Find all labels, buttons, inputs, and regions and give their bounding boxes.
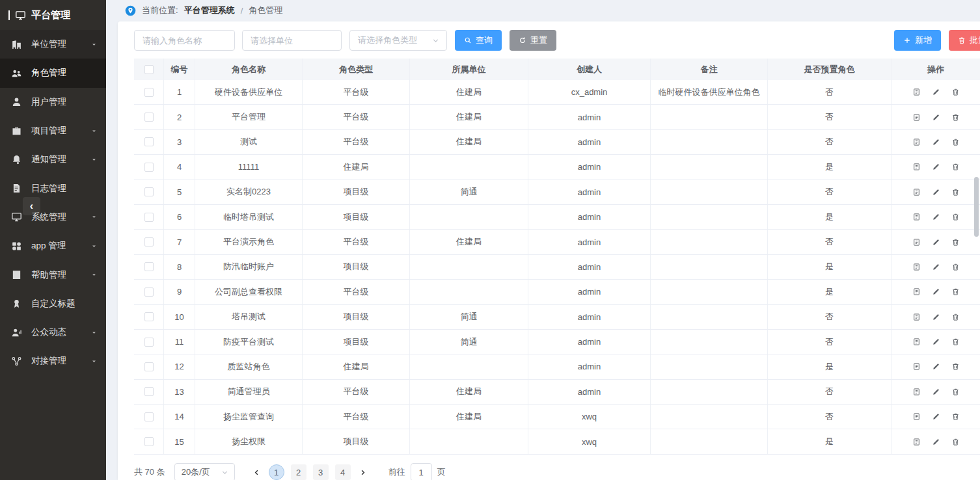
row-checkbox[interactable] xyxy=(144,362,154,371)
page-button-2[interactable]: 2 xyxy=(291,464,306,480)
row-checkbox[interactable] xyxy=(144,213,154,222)
cell-type: 项目级 xyxy=(303,180,410,204)
batch-delete-button[interactable]: 批量删除 xyxy=(949,30,980,51)
sidebar-item-app-management[interactable]: app 管理 xyxy=(0,232,106,260)
unit-select-input[interactable] xyxy=(242,30,342,51)
role-type-select[interactable]: 请选择角色类型 xyxy=(349,30,447,51)
edit-button[interactable] xyxy=(932,388,940,396)
delete-button[interactable] xyxy=(951,163,960,171)
edit-button[interactable] xyxy=(932,213,940,221)
edit-button[interactable] xyxy=(932,188,940,196)
row-actions xyxy=(892,305,980,329)
row-checkbox[interactable] xyxy=(144,287,154,297)
edit-button[interactable] xyxy=(932,138,940,146)
sidebar-collapse-button[interactable]: ‹ xyxy=(23,197,40,215)
delete-button[interactable] xyxy=(951,213,960,221)
goto-page-input[interactable] xyxy=(411,463,432,480)
sidebar-item-integration-management[interactable]: 对接管理 xyxy=(0,347,106,375)
search-button[interactable]: 查询 xyxy=(455,30,502,51)
view-button[interactable] xyxy=(912,362,921,371)
row-checkbox[interactable] xyxy=(144,137,154,146)
view-button[interactable] xyxy=(912,313,921,321)
edit-button[interactable] xyxy=(932,313,940,321)
row-checkbox[interactable] xyxy=(144,237,154,247)
edit-button[interactable] xyxy=(932,338,940,346)
cell-preset: 否 xyxy=(768,330,892,354)
prev-page-button[interactable] xyxy=(252,468,261,477)
edit-button[interactable] xyxy=(932,238,940,247)
sidebar-item-custom-title[interactable]: 自定义标题 xyxy=(0,289,106,318)
select-all-checkbox[interactable] xyxy=(144,65,154,74)
delete-button[interactable] xyxy=(951,263,960,271)
sidebar-item-log-management[interactable]: 日志管理 xyxy=(0,174,106,202)
row-checkbox[interactable] xyxy=(144,387,154,396)
view-button[interactable] xyxy=(912,163,921,171)
sidebar-item-help-management[interactable]: 帮助管理 xyxy=(0,260,106,289)
delete-button[interactable] xyxy=(951,238,960,247)
view-button[interactable] xyxy=(912,438,921,446)
view-button[interactable] xyxy=(912,412,921,421)
row-checkbox[interactable] xyxy=(144,187,154,196)
view-button[interactable] xyxy=(912,338,921,346)
sidebar-item-public-activity[interactable]: 公众动态 xyxy=(0,318,106,347)
search-button-label: 查询 xyxy=(476,34,493,46)
row-checkbox[interactable] xyxy=(144,338,154,347)
row-checkbox[interactable] xyxy=(144,88,154,97)
view-button[interactable] xyxy=(912,113,921,122)
delete-button[interactable] xyxy=(951,188,960,196)
row-checkbox[interactable] xyxy=(144,412,154,421)
edit-button[interactable] xyxy=(932,412,940,421)
view-button[interactable] xyxy=(912,138,921,146)
view-button[interactable] xyxy=(912,238,921,247)
delete-button[interactable] xyxy=(951,287,960,296)
sidebar-item-role-management[interactable]: 角色管理 xyxy=(0,59,106,87)
page-button-1[interactable]: 1 xyxy=(269,464,284,480)
view-button[interactable] xyxy=(912,88,921,96)
breadcrumb-root[interactable]: 平台管理系统 xyxy=(184,5,235,16)
delete-button[interactable] xyxy=(951,338,960,346)
delete-button[interactable] xyxy=(951,388,960,396)
row-checkbox-cell xyxy=(134,354,164,379)
row-checkbox[interactable] xyxy=(144,262,154,271)
delete-button[interactable] xyxy=(951,438,960,446)
page-size-select[interactable]: 20条/页 xyxy=(174,463,235,480)
sidebar-item-notice-management[interactable]: 通知管理 xyxy=(0,145,106,174)
row-checkbox[interactable] xyxy=(144,312,154,321)
row-checkbox[interactable] xyxy=(144,113,154,122)
view-button[interactable] xyxy=(912,388,921,396)
delete-button[interactable] xyxy=(951,313,960,321)
scrollbar-thumb[interactable] xyxy=(974,177,979,237)
edit-button[interactable] xyxy=(932,88,940,96)
reset-button[interactable]: 重置 xyxy=(510,30,556,51)
edit-button[interactable] xyxy=(932,438,940,446)
page-button-3[interactable]: 3 xyxy=(313,464,329,480)
cell-id: 2 xyxy=(164,105,195,129)
delete-button[interactable] xyxy=(951,362,960,371)
sidebar-item-system-management[interactable]: 系统管理 xyxy=(0,203,106,232)
view-button[interactable] xyxy=(912,287,921,296)
edit-button[interactable] xyxy=(932,362,940,371)
cell-preset: 否 xyxy=(768,180,892,204)
edit-button[interactable] xyxy=(932,113,940,122)
sidebar-item-user-management[interactable]: 用户管理 xyxy=(0,88,106,116)
view-button[interactable] xyxy=(912,213,921,221)
delete-button[interactable] xyxy=(951,412,960,421)
delete-button[interactable] xyxy=(951,88,960,96)
role-name-input[interactable] xyxy=(134,30,235,51)
delete-button[interactable] xyxy=(951,113,960,122)
view-button[interactable] xyxy=(912,263,921,271)
page-button-4[interactable]: 4 xyxy=(335,464,351,480)
cell-creator: admin xyxy=(528,280,651,304)
edit-button[interactable] xyxy=(932,287,940,296)
row-checkbox[interactable] xyxy=(144,437,154,446)
edit-button[interactable] xyxy=(932,163,940,171)
delete-button[interactable] xyxy=(951,138,960,146)
sidebar-item-unit-management[interactable]: 单位管理 xyxy=(0,30,106,59)
view-button[interactable] xyxy=(912,188,921,196)
next-page-button[interactable] xyxy=(359,468,367,477)
add-button[interactable]: 新增 xyxy=(894,30,941,51)
sidebar-item-project-management[interactable]: 项目管理 xyxy=(0,116,106,145)
row-checkbox[interactable] xyxy=(144,163,154,172)
refresh-icon xyxy=(519,36,526,44)
edit-button[interactable] xyxy=(932,263,940,271)
